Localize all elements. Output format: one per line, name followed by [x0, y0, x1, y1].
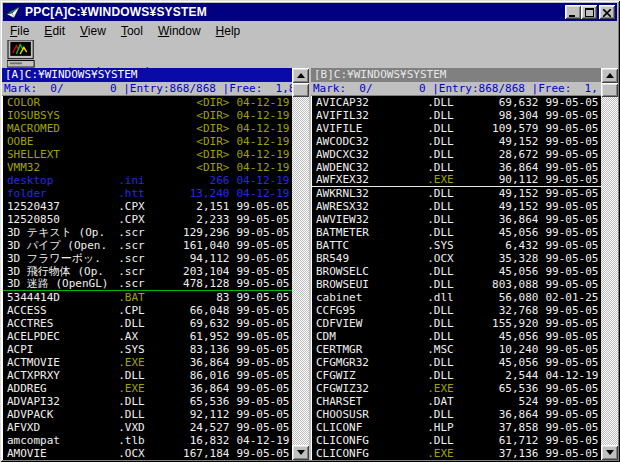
file-row[interactable]: 3D パイプ (Open..scr161,04099-05-05 — [3, 239, 292, 252]
file-row[interactable]: ACPI.SYS83,13699-05-05 — [3, 343, 292, 356]
menu-tool[interactable]: Tool — [114, 22, 151, 40]
file-row[interactable]: ACCESS.CPL66,04899-05-05 — [3, 304, 292, 317]
maximize-button[interactable] — [581, 5, 597, 19]
file-row[interactable]: ACTXPRXY.DLL86,01699-05-05 — [3, 369, 292, 382]
menu-bar: FileEditViewToolWindowHelp — [3, 22, 617, 40]
scrollbar-thumb[interactable] — [601, 83, 618, 97]
file-row[interactable]: 3D テキスト (Op..scr129,29699-05-05 — [3, 226, 292, 239]
scrollbar-thumb[interactable] — [292, 83, 309, 97]
file-row[interactable]: CLICONFG.EXE37,13699-05-05 — [312, 447, 601, 460]
left-pane-status: Mark: 0/ 0 |Entry:868/868 |Free: 1,8 — [2, 82, 292, 96]
file-row[interactable]: CCFG95.DLL32,76899-05-05 — [312, 304, 601, 317]
file-row[interactable]: ACELPDEC.AX61,95299-05-05 — [3, 330, 292, 343]
file-row[interactable]: SHELLEXT<DIR>04-12-19 — [3, 148, 292, 161]
file-row[interactable]: AWDENC32.DLL36,86499-05-05 — [312, 161, 601, 174]
file-row[interactable]: CDFVIEW.DLL155,92099-05-05 — [312, 317, 601, 330]
file-panes: [A]C:¥WINDOWS¥SYSTEM Mark: 0/ 0 |Entry:8… — [2, 68, 618, 460]
file-row[interactable]: CHARSET.DAT52499-05-05 — [312, 395, 601, 408]
file-row[interactable]: IOSUBSYS<DIR>04-12-19 — [3, 109, 292, 122]
title-bar: PPC[A]C:¥WINDOWS¥SYSTEM — [3, 3, 617, 21]
screensaver-file-icon — [7, 40, 37, 68]
file-row[interactable]: BATMETER.DLL45,05699-05-05 — [312, 226, 601, 239]
file-row[interactable]: ACCTRES.DLL69,63299-05-05 — [3, 317, 292, 330]
file-row[interactable]: 3D フラワーボッ..scr94,11299-05-05 — [3, 252, 292, 265]
file-row[interactable]: VMM32<DIR>04-12-19 — [3, 161, 292, 174]
window-controls — [565, 5, 617, 19]
file-row[interactable]: OOBE<DIR>04-12-19 — [3, 135, 292, 148]
file-row[interactable]: AMOVIE.OCX167,18499-05-05 — [3, 447, 292, 460]
file-row[interactable]: BATTC.SYS6,43299-05-05 — [312, 239, 601, 252]
scroll-down-button[interactable] — [601, 445, 618, 460]
right-pane-status: Mark: 0/ 0 |Entry:868/868 |Free: 1, — [311, 82, 601, 96]
file-row[interactable]: CDM.DLL45,05699-05-05 — [312, 330, 601, 343]
scroll-up-button[interactable] — [601, 68, 618, 83]
file-row[interactable]: 3D 飛行物体 (Op..scr203,10499-05-05 — [3, 265, 292, 278]
file-info-panel: 3D 迷路 (OpenGL).scr 3D迷路~1.SCR 478,128 99… — [3, 40, 617, 68]
left-pane-path[interactable]: [A]C:¥WINDOWS¥SYSTEM — [2, 68, 292, 82]
left-pane: [A]C:¥WINDOWS¥SYSTEM Mark: 0/ 0 |Entry:8… — [2, 68, 309, 460]
close-button[interactable] — [599, 5, 615, 19]
window-title: PPC[A]C:¥WINDOWS¥SYSTEM — [21, 5, 565, 19]
file-row[interactable]: folder.htt13,24004-12-19 — [3, 187, 292, 200]
file-row[interactable]: AWFXEX32.EXE90,11299-05-05 — [312, 174, 601, 187]
scroll-down-icon — [606, 450, 614, 455]
minimize-icon — [569, 10, 577, 17]
file-row[interactable]: amcompat.tlb16,83204-12-19 — [3, 434, 292, 447]
file-row[interactable]: ADVPACK.DLL92,11299-05-05 — [3, 408, 292, 421]
file-row[interactable]: BR549.OCX35,32899-05-05 — [312, 252, 601, 265]
paper-plane-icon — [5, 4, 21, 20]
scroll-down-button[interactable] — [292, 445, 309, 460]
file-row[interactable]: CERTMGR.MSC10,24099-05-05 — [312, 343, 601, 356]
file-row[interactable]: AVIFILE.DLL109,57999-05-05 — [312, 122, 601, 135]
file-row[interactable]: AVIFIL32.DLL98,30499-05-05 — [312, 109, 601, 122]
file-row[interactable]: AWRESX32.DLL49,15299-05-05 — [312, 200, 601, 213]
file-list-left: COLOR<DIR>04-12-19IOSUBSYS<DIR>04-12-19M… — [2, 96, 292, 460]
app-window: PPC[A]C:¥WINDOWS¥SYSTEM FileEditViewTool… — [0, 0, 620, 462]
minimize-button[interactable] — [565, 5, 581, 19]
file-row[interactable]: CFGWIZ32.EXE65,53699-05-05 — [312, 382, 601, 395]
file-row[interactable]: 3D 迷路 (OpenGL).scr478,12899-05-05 — [3, 278, 292, 291]
right-pane-path[interactable]: [B]C:¥WINDOWS¥SYSTEM — [311, 68, 601, 82]
file-row[interactable]: CFGMGR32.DLL45,05699-05-05 — [312, 356, 601, 369]
file-row[interactable]: CHOOSUSR.DLL36,86499-05-05 — [312, 408, 601, 421]
scroll-up-icon — [606, 73, 614, 78]
file-row[interactable]: CLICONFG.DLL61,71299-05-05 — [312, 434, 601, 447]
file-row[interactable]: COLOR<DIR>04-12-19 — [3, 96, 292, 109]
file-row[interactable]: MACROMED<DIR>04-12-19 — [3, 122, 292, 135]
file-row[interactable]: AFVXD.VXD24,52799-05-05 — [3, 421, 292, 434]
menu-window[interactable]: Window — [151, 22, 209, 40]
file-row[interactable]: AWKRNL32.DLL49,15299-05-05 — [312, 187, 601, 200]
scroll-up-button[interactable] — [292, 68, 309, 83]
file-row[interactable]: AWDCXC32.DLL28,67299-05-05 — [312, 148, 601, 161]
file-row[interactable]: CLICONF.HLP37,85899-05-05 — [312, 421, 601, 434]
scroll-down-icon — [297, 450, 305, 455]
file-row[interactable]: CFGWIZ.DLL2,54404-12-19 — [312, 369, 601, 382]
scroll-up-icon — [297, 73, 305, 78]
file-row[interactable]: 12520437.CPX2,15199-05-05 — [3, 200, 292, 213]
file-row[interactable]: 5344414D.BAT8399-05-05 — [3, 291, 292, 304]
file-row[interactable]: AWCODC32.DLL49,15299-05-05 — [312, 135, 601, 148]
right-pane: [B]C:¥WINDOWS¥SYSTEM Mark: 0/ 0 |Entry:8… — [311, 68, 618, 460]
file-row[interactable]: ADDREG.EXE36,86499-05-05 — [3, 382, 292, 395]
file-row[interactable]: AWVIEW32.DLL36,86499-05-05 — [312, 213, 601, 226]
file-row[interactable]: ACTMOVIE.EXE36,86499-05-05 — [3, 356, 292, 369]
close-icon — [603, 9, 611, 17]
maximize-icon — [585, 8, 594, 17]
right-scrollbar[interactable] — [601, 68, 618, 460]
file-row[interactable]: desktop.ini26604-12-19 — [3, 174, 292, 187]
menu-view[interactable]: View — [73, 22, 114, 40]
menu-help[interactable]: Help — [209, 22, 249, 40]
file-list-right: AVICAP32.DLL69,63299-05-05AVIFIL32.DLL98… — [311, 96, 601, 460]
file-row[interactable]: 12520850.CPX2,23399-05-05 — [3, 213, 292, 226]
file-row[interactable]: cabinet.dll56,08002-01-25 — [312, 291, 601, 304]
menu-edit[interactable]: Edit — [37, 22, 73, 40]
file-row[interactable]: ADVAPI32.DLL65,53699-05-05 — [3, 395, 292, 408]
file-row[interactable]: BROWSEUI.DLL803,08899-05-05 — [312, 278, 601, 291]
menu-file[interactable]: File — [3, 22, 37, 40]
left-scrollbar[interactable] — [292, 68, 309, 460]
file-row[interactable]: AVICAP32.DLL69,63299-05-05 — [312, 96, 601, 109]
file-row[interactable]: BROWSELC.DLL45,05699-05-05 — [312, 265, 601, 278]
